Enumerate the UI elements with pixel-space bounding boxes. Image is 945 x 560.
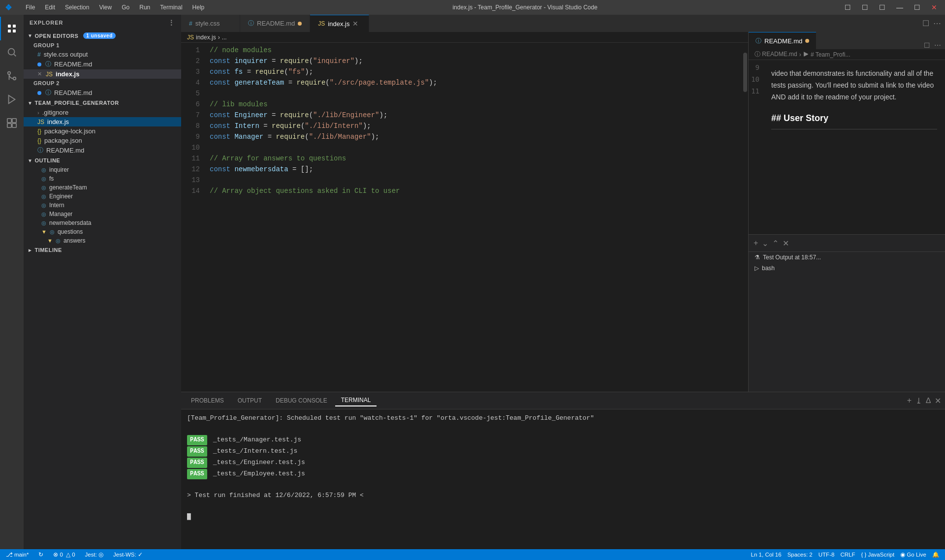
maximize-panel-icon[interactable]: ∆ (926, 396, 931, 405)
code-area[interactable]: 12345 678910 11121314 // node modules co… (181, 43, 748, 392)
activity-git-icon[interactable] (0, 64, 24, 88)
terminal-content[interactable]: [Team_Profile_Generator]: Scheduled test… (181, 409, 945, 549)
bash-item[interactable]: ▷ bash (749, 263, 945, 274)
new-file-icon[interactable]: ⋮ (168, 19, 175, 27)
split-editor-right-icon[interactable]: ☐ (922, 19, 929, 28)
right-panel-tab-icons: ☐ ⋯ (920, 41, 945, 49)
sidebar: EXPLORER ⋮ ▼ OPEN EDITORS 1 unsaved GROU… (24, 15, 181, 549)
activity-debug-icon[interactable] (0, 88, 24, 111)
tab-close-icon[interactable]: ✕ (352, 20, 358, 28)
vertical-scrollbar[interactable] (742, 43, 748, 392)
activity-search-icon[interactable] (0, 40, 24, 64)
activity-explorer-icon[interactable] (0, 17, 24, 40)
open-editors-readmemd-g2[interactable]: ⓘ README.md (24, 88, 181, 98)
file-readme[interactable]: ⓘ README.md (24, 145, 181, 156)
outline-questions[interactable]: ▼ ◎ questions (24, 227, 181, 236)
outline-newmebersdata[interactable]: ◎ newmebersdata (24, 218, 181, 227)
position-item[interactable]: Ln 1, Col 16 (749, 552, 784, 558)
test-output-item[interactable]: ⚗ Test Output at 18:57... (749, 252, 945, 263)
code-line-3: const fs = require("fs"); (205, 66, 742, 77)
menu-terminal[interactable]: Terminal (156, 3, 186, 12)
open-editors-stylecss[interactable]: # style.css output (24, 50, 181, 59)
file-gitignore[interactable]: › .gitignore (24, 108, 181, 117)
outline-Engineer[interactable]: ◎ Engineer (24, 192, 181, 201)
open-editors-indexjs[interactable]: ✕ JS index.js (24, 69, 181, 79)
outline-inquirer[interactable]: ◎ inquirer (24, 165, 181, 174)
file-package-json[interactable]: {} package.json (24, 136, 181, 145)
go-live-item[interactable]: ◉ Go Live (898, 551, 928, 558)
file-indexjs[interactable]: JS index.js (24, 117, 181, 126)
toggle-layout-icon[interactable]: ☐ (876, 2, 888, 12)
open-editors-section[interactable]: ▼ OPEN EDITORS 1 unsaved (24, 31, 181, 41)
timeline-section-header[interactable]: ► TIMELINE (24, 245, 181, 255)
project-section[interactable]: ▼ TEAM_PROFILE_GENERATOR (24, 98, 181, 108)
jest-ws-item[interactable]: Jest-WS: ✓ (111, 551, 145, 558)
open-editors-readmemd-g1[interactable]: ⓘ README.md (24, 59, 181, 69)
pass-badge-employee: PASS (187, 469, 207, 479)
spaces-item[interactable]: Spaces: 2 (786, 552, 815, 558)
main-container: EXPLORER ⋮ ▼ OPEN EDITORS 1 unsaved GROU… (0, 15, 945, 549)
right-panel-tabs: ⓘ README.md ☐ ⋯ (749, 32, 945, 49)
panel-tab-terminal[interactable]: TERMINAL (335, 395, 377, 406)
menu-go[interactable]: Go (118, 3, 133, 12)
close-icon[interactable]: ✕ (37, 71, 42, 77)
right-panel: ⓘ README.md ☐ ⋯ ⓘ README.md › ⯈ # Team_P… (748, 32, 945, 392)
code-line-14: // Array object questions asked in CLI t… (205, 186, 742, 196)
panel-tab-debug[interactable]: DEBUG CONSOLE (270, 395, 333, 406)
panel-up-icon[interactable]: ⌃ (772, 239, 779, 248)
menu-run[interactable]: Run (135, 3, 154, 12)
encoding-item[interactable]: UTF-8 (817, 552, 837, 558)
menu-view[interactable]: View (95, 3, 116, 12)
line-ending-item[interactable]: CRLF (838, 552, 857, 558)
git-branch-item[interactable]: ⎇ main* (4, 551, 31, 558)
code-line-9: const Manager = require("./lib/Manager")… (205, 131, 742, 142)
menu-help[interactable]: Help (189, 3, 209, 12)
js-file-icon: JS (37, 119, 44, 125)
modified-dot-icon (37, 62, 41, 66)
right-panel-bottom-tabs: + ⌄ ⌃ ✕ (749, 235, 945, 252)
close-button[interactable]: ✕ (928, 2, 940, 12)
sidebar-header: EXPLORER ⋮ (24, 15, 181, 31)
editor-area: # style.css ⓘ README.md JS index.js ✕ ☐ … (181, 15, 945, 549)
errors-item[interactable]: ⊗ 0 △ 0 (51, 551, 77, 558)
outline-Intern[interactable]: ◎ Intern (24, 201, 181, 210)
add-panel-icon[interactable]: + (754, 239, 758, 248)
tab-indexjs[interactable]: JS index.js ✕ (310, 15, 369, 32)
panel-nav-icon[interactable]: ⌄ (762, 239, 768, 248)
split-icon[interactable]: ☐ (924, 41, 930, 49)
new-terminal-icon[interactable]: + (907, 396, 912, 405)
close-panel-icon[interactable]: ✕ (935, 396, 941, 405)
panel-tab-output[interactable]: OUTPUT (232, 395, 268, 406)
outline-Manager[interactable]: ◎ Manager (24, 210, 181, 218)
menu-file[interactable]: File (22, 3, 39, 12)
sync-item[interactable]: ↻ (36, 551, 45, 558)
language-item[interactable]: { } JavaScript (859, 552, 896, 558)
menu-selection[interactable]: Selection (61, 3, 93, 12)
outline-generateTeam[interactable]: ◎ generateTeam (24, 183, 181, 192)
outline-answers[interactable]: ▼ ◎ answers (24, 236, 181, 245)
split-terminal-icon[interactable]: ⥙ (915, 396, 922, 405)
sidebar-header-icons: ⋮ (168, 19, 175, 27)
notifications-icon[interactable]: 🔔 (930, 551, 941, 558)
more-icon[interactable]: ⋯ (934, 41, 941, 49)
tab-stylecss[interactable]: # style.css (181, 15, 240, 32)
outline-fs[interactable]: ◎ fs (24, 174, 181, 183)
file-package-lock[interactable]: {} package-lock.json (24, 126, 181, 136)
outline-section-header[interactable]: ▼ OUTLINE (24, 156, 181, 165)
menu-edit[interactable]: Edit (41, 3, 59, 12)
circle-icon: ◎ (41, 167, 46, 173)
activity-extensions-icon[interactable] (0, 111, 24, 135)
explorer-section: ▼ OPEN EDITORS 1 unsaved GROUP 1 # style… (24, 31, 181, 549)
panel-close-icon[interactable]: ✕ (783, 239, 789, 248)
more-tabs-icon[interactable]: ⋯ (933, 19, 941, 28)
right-panel-tab-readme[interactable]: ⓘ README.md (749, 32, 816, 49)
maximize-button[interactable]: ☐ (911, 2, 923, 12)
split-editor-icon[interactable]: ☐ (842, 2, 854, 12)
tab-readmemd[interactable]: ⓘ README.md (240, 15, 310, 32)
panel-tab-problems[interactable]: PROBLEMS (185, 395, 230, 406)
minimize-button[interactable]: — (893, 2, 906, 12)
code-line-12: const newmebersdata = []; (205, 164, 742, 175)
scrollbar-thumb[interactable] (743, 53, 747, 92)
jest-item[interactable]: Jest: ◎ (83, 551, 105, 558)
toggle-panel-icon[interactable]: ☐ (859, 2, 871, 12)
